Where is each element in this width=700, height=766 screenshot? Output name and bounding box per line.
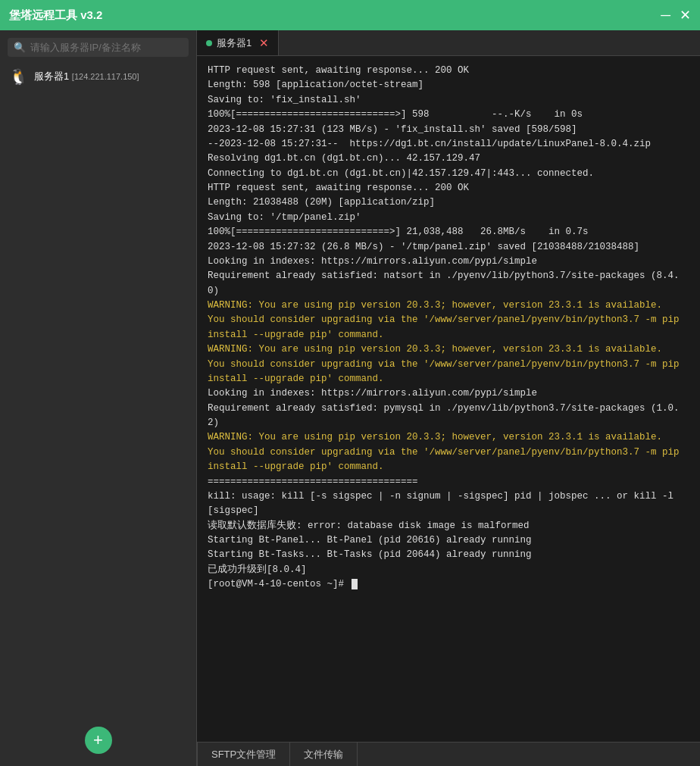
server-name: 服务器1 [124.221.117.150] (34, 70, 139, 83)
terminal-line: HTTP request sent, awaiting response... … (208, 64, 689, 78)
terminal-line: Looking in indexes: https://mirrors.aliy… (208, 386, 689, 401)
bottom-bar: SFTP文件管理 文件传输 (197, 742, 700, 766)
tab-label: 服务器1 (217, 36, 252, 50)
minimize-button[interactable]: ─ (661, 8, 670, 22)
terminal-line: kill: usage: kill [-s sigspec | -n signu… (208, 489, 689, 519)
terminal-line: Connecting to dg1.bt.cn (dg1.bt.cn)|42.1… (208, 167, 689, 181)
title-bar: 堡塔远程工具 v3.2 ─ ✕ (0, 0, 700, 30)
server-list: 🐧 服务器1 [124.221.117.150] (0, 61, 196, 719)
search-icon: 🔍 (14, 42, 26, 53)
title-controls: ─ ✕ (661, 8, 691, 22)
terminal-line: Starting Bt-Panel... Bt-Panel (pid 20616… (208, 533, 689, 548)
tab-bar: 服务器1 ✕ (197, 30, 700, 56)
terminal-line: ===================================== (208, 475, 689, 489)
terminal-line: Starting Bt-Tasks... Bt-Tasks (pid 20644… (208, 548, 689, 562)
terminal-line: You should consider upgrading via the '/… (208, 313, 689, 342)
terminal-line: Looking in indexes: https://mirrors.aliy… (208, 255, 689, 269)
server-item[interactable]: 🐧 服务器1 [124.221.117.150] (0, 61, 196, 92)
terminal-line: Saving to: 'fix_install.sh' (208, 93, 689, 108)
terminal-line: Requirement already satisfied: natsort i… (208, 269, 689, 299)
terminal-line: WARNING: You are using pip version 20.3.… (208, 342, 689, 357)
file-transfer-button[interactable]: 文件传输 (290, 743, 358, 766)
terminal-cursor (352, 579, 358, 589)
tab-status-dot (206, 40, 212, 46)
terminal-line: WARNING: You are using pip version 20.3.… (208, 299, 689, 313)
terminal-line: 100%[============================>] 598 … (208, 108, 689, 122)
search-input[interactable] (30, 42, 183, 53)
linux-icon: 🐧 (9, 67, 28, 86)
terminal-line: Resolving dg1.bt.cn (dg1.bt.cn)... 42.15… (208, 152, 689, 166)
terminal-line: You should consider upgrading via the '/… (208, 358, 689, 387)
terminal-line: 100%[===========================>] 21,03… (208, 225, 689, 239)
main-layout: 🔍 🐧 服务器1 [124.221.117.150] + 服务器1 ✕ HTTP… (0, 30, 700, 766)
tab-server1[interactable]: 服务器1 ✕ (197, 30, 279, 55)
app-title: 堡塔远程工具 v3.2 (9, 8, 102, 23)
terminal-line: 2023-12-08 15:27:31 (123 MB/s) - 'fix_in… (208, 123, 689, 137)
terminal-line: HTTP request sent, awaiting response... … (208, 181, 689, 195)
terminal-line: Length: 598 [application/octet-stream] (208, 78, 689, 92)
terminal[interactable]: HTTP request sent, awaiting response... … (197, 56, 700, 742)
sftp-button[interactable]: SFTP文件管理 (197, 743, 290, 766)
right-panel: 服务器1 ✕ HTTP request sent, awaiting respo… (197, 30, 700, 766)
sidebar: 🔍 🐧 服务器1 [124.221.117.150] + (0, 30, 197, 766)
terminal-line: [root@VM-4-10-centos ~]# (208, 577, 689, 592)
server-info: 服务器1 [124.221.117.150] (34, 70, 139, 83)
terminal-line: You should consider upgrading via the '/… (208, 446, 689, 475)
search-bar: 🔍 (8, 38, 189, 57)
terminal-line: Saving to: '/tmp/panel.zip' (208, 211, 689, 225)
terminal-line: 读取默认数据库失败: error: database disk image is… (208, 519, 689, 533)
terminal-line: 已成功升级到[8.0.4] (208, 563, 689, 577)
add-server-button[interactable]: + (85, 727, 112, 754)
terminal-line: WARNING: You are using pip version 20.3.… (208, 430, 689, 445)
terminal-line: Requirement already satisfied: pymysql i… (208, 402, 689, 431)
close-button[interactable]: ✕ (680, 8, 691, 22)
terminal-line: --2023-12-08 15:27:31-- https://dg1.bt.c… (208, 137, 689, 152)
terminal-line: Length: 21038488 (20M) [application/zip] (208, 195, 689, 210)
tab-close-button[interactable]: ✕ (259, 37, 269, 48)
terminal-line: 2023-12-08 15:27:32 (26.8 MB/s) - '/tmp/… (208, 240, 689, 255)
